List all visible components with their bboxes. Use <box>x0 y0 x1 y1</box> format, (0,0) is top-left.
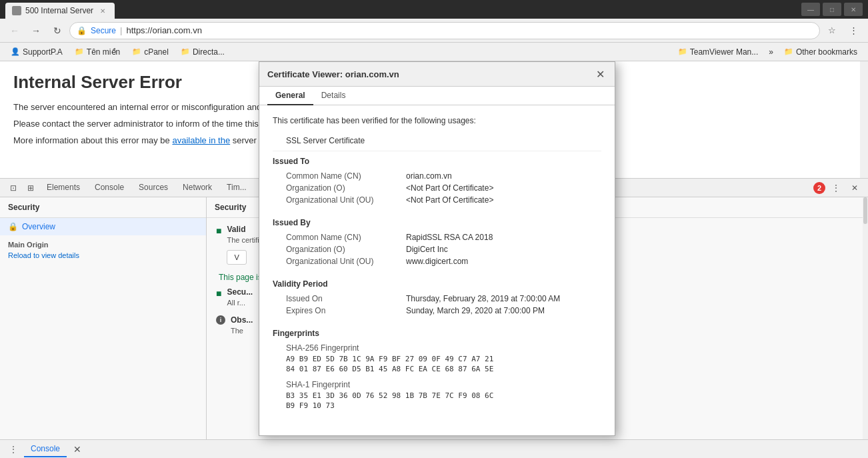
bookmark-icon: 📁 <box>181 47 190 56</box>
bookmark-label: Other bookmarks <box>796 47 857 57</box>
bookmark-star-button[interactable]: ☆ <box>823 21 841 40</box>
tab-close-button[interactable]: ✕ <box>97 5 108 16</box>
issued-to-ou-value: <Not Part Of Certificate> <box>406 195 493 205</box>
issued-by-title: Issued By <box>273 218 601 227</box>
address-bar[interactable]: 🔒 Secure | https://orian.com.vn <box>69 22 820 39</box>
issued-by-cn-value: RapidSSL RSA CA 2018 <box>406 233 493 242</box>
sha256-label: SHA-256 Fingerprint <box>286 343 601 353</box>
issued-to-org-label: Organization (O) <box>286 183 406 193</box>
title-bar-actions: — □ ✕ <box>801 3 863 16</box>
validity-issued-value: Thursday, February 28, 2019 at 7:00:00 A… <box>406 294 560 303</box>
bookmark-supportpa[interactable]: 👤 SupportP.A <box>5 46 68 58</box>
validity-issued-label: Issued On <box>286 294 406 303</box>
certificate-viewer-dialog: Certificate Viewer: orian.com.vn ✕ Gener… <box>259 61 615 436</box>
back-button[interactable]: ← <box>5 21 24 40</box>
validity-expires-value: Sunday, March 29, 2020 at 7:00:00 PM <box>406 306 545 315</box>
dialog-tab-details[interactable]: Details <box>313 87 354 105</box>
content-area: Internal Server Error The server encount… <box>0 61 868 458</box>
cert-intro-text: This certificate has been verified for t… <box>273 116 601 125</box>
dialog-overlay: Certificate Viewer: orian.com.vn ✕ Gener… <box>0 61 868 458</box>
bookmarks-bar: 👤 SupportP.A 📁 Tên miền 📁 cPanel 📁 Direc… <box>0 43 868 61</box>
cert-divider-1 <box>273 151 601 151</box>
sha1-label: SHA-1 Fingerprint <box>286 380 601 389</box>
fingerprints-section: Fingerprints SHA-256 Fingerprint A9 B9 E… <box>273 329 601 411</box>
sha1-row: SHA-1 Fingerprint B3 35 E1 3D 36 0D 76 5… <box>273 380 601 411</box>
bookmark-label: Directa... <box>193 47 225 57</box>
issued-to-org-row: Organization (O) <Not Part Of Certificat… <box>273 183 601 193</box>
title-bar: 500 Internal Server ✕ — □ ✕ <box>0 0 868 19</box>
bookmark-icon: 👤 <box>11 47 20 56</box>
validity-expires-row: Expires On Sunday, March 29, 2020 at 7:0… <box>273 306 601 315</box>
issued-by-org-value: DigiCert Inc <box>406 245 448 254</box>
bookmark-more-button[interactable]: » <box>765 46 777 58</box>
bookmark-label: SupportP.A <box>23 47 63 57</box>
issued-to-cn-value: orian.com.vn <box>406 171 452 181</box>
tab-title: 500 Internal Server <box>25 6 93 15</box>
lock-icon: 🔒 <box>77 26 87 35</box>
secure-label: Secure <box>91 26 116 35</box>
bookmark-label: cPanel <box>144 47 169 57</box>
bookmark-label: Tên miền <box>87 47 120 57</box>
bookmark-icon: 📁 <box>784 47 793 56</box>
active-tab[interactable]: 500 Internal Server ✕ <box>5 3 115 19</box>
sha1-value: B3 35 E1 3D 36 0D 76 52 98 1B 7B 7E 7C F… <box>286 391 601 411</box>
validity-section: Validity Period Issued On Thursday, Febr… <box>273 279 601 315</box>
dialog-tabs: General Details <box>259 87 615 105</box>
dialog-close-button[interactable]: ✕ <box>593 67 607 81</box>
validity-title: Validity Period <box>273 279 601 289</box>
issued-by-ou-value: www.digicert.com <box>406 257 468 266</box>
issued-by-org-label: Organization (O) <box>286 245 406 254</box>
issued-by-ou-row: Organizational Unit (OU) www.digicert.co… <box>273 257 601 266</box>
validity-expires-label: Expires On <box>286 306 406 315</box>
issued-by-section: Issued By Common Name (CN) RapidSSL RSA … <box>273 218 601 266</box>
maximize-button[interactable]: □ <box>823 3 841 16</box>
tab-favicon-icon <box>12 6 21 15</box>
bookmark-icon: 📁 <box>75 47 84 56</box>
tab-group: 500 Internal Server ✕ <box>5 0 797 19</box>
issued-by-cn-label: Common Name (CN) <box>286 233 406 242</box>
issued-to-cn-label: Common Name (CN) <box>286 171 406 181</box>
issued-by-ou-label: Organizational Unit (OU) <box>286 257 406 266</box>
bookmark-tendomain[interactable]: 📁 Tên miền <box>69 46 125 58</box>
issued-to-ou-label: Organizational Unit (OU) <box>286 195 406 205</box>
bookmark-cpanel[interactable]: 📁 cPanel <box>127 46 174 58</box>
sha256-row: SHA-256 Fingerprint A9 B9 ED 5D 7B 1C 9A… <box>273 343 601 375</box>
bookmark-icon: 📁 <box>132 47 141 56</box>
bookmark-label: TeamViewer Man... <box>690 47 759 57</box>
sha256-value: A9 B9 ED 5D 7B 1C 9A F9 BF 27 09 0F 49 C… <box>286 354 601 375</box>
dialog-titlebar: Certificate Viewer: orian.com.vn ✕ <box>259 62 615 87</box>
bookmark-directa[interactable]: 📁 Directa... <box>175 46 230 58</box>
dialog-body: This certificate has been verified for t… <box>259 105 615 435</box>
issued-to-org-value: <Not Part Of Certificate> <box>406 183 493 193</box>
bookmark-icon: 📁 <box>678 47 687 56</box>
bookmark-teamviewer[interactable]: 📁 TeamViewer Man... <box>673 46 764 58</box>
minimize-button[interactable]: — <box>801 3 820 16</box>
nav-bar: ← → ↻ 🔒 Secure | https://orian.com.vn ☆ … <box>0 19 868 43</box>
close-window-button[interactable]: ✕ <box>844 3 863 16</box>
bookmark-other[interactable]: 📁 Other bookmarks <box>779 46 863 58</box>
issued-to-section: Issued To Common Name (CN) orian.com.vn … <box>273 157 601 205</box>
validity-issued-row: Issued On Thursday, February 28, 2019 at… <box>273 294 601 303</box>
issued-by-cn-row: Common Name (CN) RapidSSL RSA CA 2018 <box>273 233 601 242</box>
reload-button[interactable]: ↻ <box>48 21 67 40</box>
fingerprints-title: Fingerprints <box>273 329 601 338</box>
address-separator: | <box>120 25 122 35</box>
issued-to-cn-row: Common Name (CN) orian.com.vn <box>273 171 601 181</box>
browser-frame: 500 Internal Server ✕ — □ ✕ ← → ↻ 🔒 Secu… <box>0 0 868 458</box>
issued-to-ou-row: Organizational Unit (OU) <Not Part Of Ce… <box>273 195 601 205</box>
issued-by-org-row: Organization (O) DigiCert Inc <box>273 245 601 254</box>
issued-to-title: Issued To <box>273 157 601 166</box>
forward-button[interactable]: → <box>27 21 45 40</box>
dialog-title: Certificate Viewer: orian.com.vn <box>267 69 399 79</box>
more-menu-button[interactable]: ⋮ <box>844 21 863 40</box>
dialog-tab-general[interactable]: General <box>267 87 313 105</box>
cert-ssl-label: SSL Server Certificate <box>273 136 601 145</box>
address-url: https://orian.com.vn <box>126 25 201 35</box>
